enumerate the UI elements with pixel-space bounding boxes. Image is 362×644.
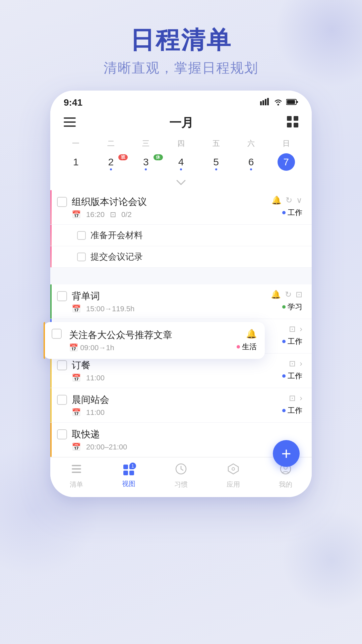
svg-rect-17	[72, 472, 81, 473]
task-title-6: 取快递	[72, 428, 298, 441]
svg-rect-2	[265, 99, 266, 105]
weekday-sun: 日	[268, 137, 304, 151]
task-meta-2: 📅 15:00→119.5h	[72, 305, 266, 313]
task-subtask-count-1: 0/2	[121, 210, 132, 219]
chevron-icon-1[interactable]: ∨	[296, 196, 302, 205]
task-bar-2	[50, 284, 52, 319]
task-time-icon-6: 📅	[72, 443, 81, 451]
wifi-icon	[274, 98, 283, 107]
menu-icon[interactable]	[64, 116, 76, 129]
task-content-5: 晨间站会 📅 11:00	[72, 393, 278, 417]
tag-dot-5	[282, 409, 286, 412]
tag-dot-4	[282, 374, 286, 378]
floating-card-content: 关注各大公众号推荐文章 📅 09:00→1h	[66, 329, 232, 352]
nav-item-apps[interactable]: 应用	[227, 463, 240, 489]
weekday-thu: 四	[164, 137, 199, 151]
subtask-title-1-2: 提交会议记录	[90, 251, 143, 263]
tag-dot-3	[282, 340, 286, 343]
date-5[interactable]: 5	[198, 155, 234, 172]
floating-task-time: 09:00→1h	[80, 343, 114, 352]
task-content-1: 组织版本讨论会议 📅 16:20 ⊡ 0/2	[72, 196, 267, 219]
task-right-5: ⊡ › 工作	[282, 393, 302, 416]
arrow-icon-4[interactable]: ›	[300, 359, 302, 368]
signal-icon	[260, 98, 270, 107]
arrow-icon-3[interactable]: ›	[300, 324, 302, 334]
task-item-5[interactable]: 晨间站会 📅 11:00 ⊡ › 工作	[50, 388, 312, 423]
alarm-icon-1[interactable]: 🔔	[272, 196, 282, 205]
date-7[interactable]: 7	[268, 152, 304, 175]
task-content-6: 取快递 📅 20:00–21:00	[72, 428, 298, 451]
alarm-icon-2[interactable]: 🔔	[271, 290, 281, 299]
task-item-2[interactable]: 背单词 📅 15:00→119.5h 🔔 ↻ ⊡ 学习	[50, 284, 312, 319]
expand-icon-4[interactable]: ⊡	[289, 359, 296, 368]
subtask-checkbox-1-1[interactable]	[77, 231, 86, 240]
expand-icon-3[interactable]: ⊡	[289, 324, 296, 334]
floating-task-checkbox[interactable]	[52, 329, 62, 339]
svg-rect-13	[287, 123, 292, 127]
nav-badge-view: 1	[129, 463, 136, 469]
task-content-2: 背单词 📅 15:00→119.5h	[72, 290, 266, 313]
expand-arrow[interactable]	[50, 177, 312, 190]
expand-icon-2[interactable]: ⊡	[296, 290, 302, 299]
fab-button[interactable]: +	[273, 440, 300, 467]
svg-rect-15	[72, 465, 81, 466]
task-checkbox-5[interactable]	[57, 395, 67, 405]
app-topbar: 一月	[50, 111, 312, 137]
date-4[interactable]: 4	[164, 155, 199, 172]
task-time-5: 11:00	[86, 408, 105, 417]
repeat-icon-2[interactable]: ↻	[285, 290, 292, 299]
nav-item-list[interactable]: 清单	[70, 463, 83, 489]
floating-time-icon: 📅	[69, 343, 78, 352]
nav-item-view[interactable]: 1 视图	[122, 464, 135, 488]
repeat-icon-1[interactable]: ↻	[286, 196, 292, 205]
tag-label-1: 工作	[288, 208, 302, 218]
task-time-icon-2: 📅	[72, 305, 81, 313]
task-right-2: 🔔 ↻ ⊡ 学习	[271, 290, 302, 312]
calendar-dates: 1 班 2 休 3 4 5	[50, 151, 312, 177]
task-item-6[interactable]: 取快递 📅 20:00–21:00	[50, 423, 312, 457]
task-content-4: 订餐 📅 11:00	[72, 359, 278, 382]
page-subtitle: 清晰直观，掌握日程规划	[0, 59, 362, 77]
task-title-1: 组织版本讨论会议	[72, 196, 267, 208]
floating-tag-dot	[237, 345, 240, 348]
expand-icon-5[interactable]: ⊡	[289, 393, 296, 403]
tag-dot-1	[282, 211, 286, 214]
subtask-1-2[interactable]: 提交会议记录	[50, 246, 312, 268]
tag-label-4: 工作	[288, 371, 302, 381]
status-time: 9:41	[64, 97, 82, 108]
floating-task-card[interactable]: 关注各大公众号推荐文章 📅 09:00→1h 🔔 生活	[44, 322, 265, 359]
task-meta-4: 📅 11:00	[72, 374, 278, 382]
nav-icon-apps	[227, 463, 239, 478]
svg-point-24	[232, 468, 235, 470]
svg-rect-18	[123, 465, 128, 469]
date-1[interactable]: 1	[58, 155, 94, 172]
task-checkbox-2[interactable]	[57, 291, 67, 301]
nav-item-habit[interactable]: 习惯	[174, 463, 188, 489]
subtask-1-1[interactable]: 准备开会材料	[50, 225, 312, 246]
subtask-checkbox-1-2[interactable]	[77, 253, 86, 261]
subtask-title-1-1: 准备开会材料	[90, 229, 143, 241]
task-tag-3: 工作	[282, 336, 302, 346]
task-checkbox-6[interactable]	[57, 429, 67, 439]
date-2[interactable]: 班 2	[94, 155, 129, 172]
task-checkbox-1[interactable]	[57, 197, 67, 207]
task-tag-4: 工作	[282, 371, 302, 381]
task-actions-1: 🔔 ↻ ∨	[272, 196, 302, 205]
svg-rect-11	[287, 116, 292, 121]
task-right-4: ⊡ › 工作	[282, 359, 302, 381]
date-3[interactable]: 休 3	[128, 155, 164, 172]
floating-task-title: 关注各大公众号推荐文章	[69, 329, 232, 341]
month-title: 一月	[169, 115, 193, 131]
date-6[interactable]: 6	[234, 155, 269, 172]
arrow-icon-5[interactable]: ›	[300, 393, 302, 403]
svg-rect-14	[294, 123, 298, 127]
nav-icon-list	[70, 463, 82, 478]
task-checkbox-4[interactable]	[57, 360, 67, 370]
task-title-4: 订餐	[72, 359, 278, 372]
task-title-2: 背单词	[72, 290, 266, 303]
svg-rect-3	[267, 98, 269, 105]
page-header: 日程清单 清晰直观，掌握日程规划	[0, 0, 362, 91]
calendar-grid-icon[interactable]	[287, 116, 298, 130]
task-item-1[interactable]: 组织版本讨论会议 📅 16:20 ⊡ 0/2 🔔 ↻ ∨	[50, 190, 312, 225]
floating-bell-icon[interactable]: 🔔	[246, 329, 257, 339]
